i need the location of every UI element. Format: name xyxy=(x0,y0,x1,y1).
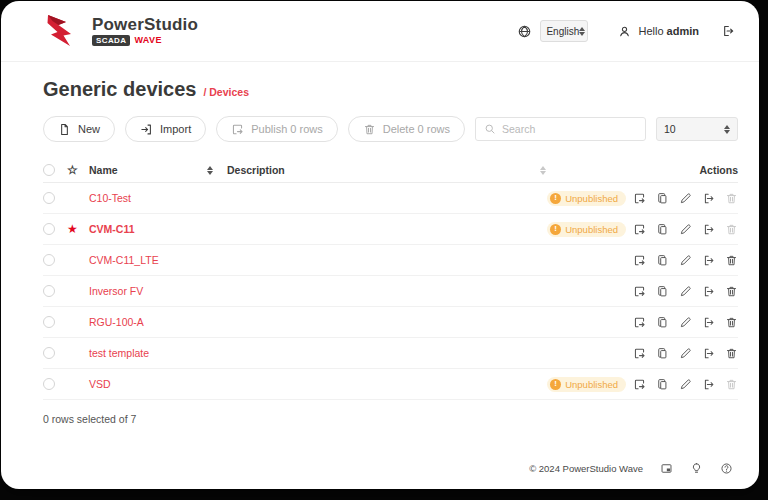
device-name-link[interactable]: C10-Test xyxy=(89,192,131,204)
import-icon xyxy=(140,123,153,136)
export-icon[interactable] xyxy=(702,223,715,236)
table-header: ☆ Name Description Actions xyxy=(43,158,738,183)
row-select-radio[interactable] xyxy=(43,192,55,204)
export-icon[interactable] xyxy=(702,316,715,329)
trash-icon xyxy=(725,192,738,205)
copy-icon[interactable] xyxy=(656,347,669,360)
brand-text: PowerStudio SCADA WAVE xyxy=(92,16,198,46)
row-select-radio[interactable] xyxy=(43,254,55,266)
row-select-radio[interactable] xyxy=(43,378,55,390)
copy-icon[interactable] xyxy=(656,378,669,391)
greeting: Hello admin xyxy=(638,25,699,37)
table-row: VSD !Unpublished xyxy=(43,369,738,400)
table-row: Inversor FV xyxy=(43,276,738,307)
import-button[interactable]: Import xyxy=(125,116,206,142)
sort-name-icon[interactable] xyxy=(207,166,213,175)
device-name-link[interactable]: CVM-C11_LTE xyxy=(89,254,159,266)
breadcrumb[interactable]: / Devices xyxy=(203,86,249,98)
export-icon[interactable] xyxy=(702,378,715,391)
brand-scada-badge: SCADA xyxy=(92,35,130,47)
pencil-icon[interactable] xyxy=(679,192,692,205)
app-window: PowerStudio SCADA WAVE English Hello adm… xyxy=(1,1,759,489)
publish-icon[interactable] xyxy=(633,347,646,360)
trash-icon[interactable] xyxy=(725,347,738,360)
table-row: ★ CVM-C11 !Unpublished xyxy=(43,214,738,245)
table-row: CVM-C11_LTE xyxy=(43,245,738,276)
select-all-radio[interactable] xyxy=(43,164,55,176)
search-input[interactable] xyxy=(502,123,637,135)
trash-icon[interactable] xyxy=(725,254,738,267)
new-button[interactable]: New xyxy=(43,116,115,142)
pencil-icon[interactable] xyxy=(679,254,692,267)
toolbar: New Import Publish 0 rows Delete 0 rows … xyxy=(43,116,738,142)
select-arrows-icon xyxy=(724,125,730,134)
export-icon[interactable] xyxy=(702,285,715,298)
status-badge: !Unpublished xyxy=(547,377,626,392)
device-name-link[interactable]: Inversor FV xyxy=(89,285,143,297)
copy-icon[interactable] xyxy=(656,316,669,329)
copy-icon[interactable] xyxy=(656,285,669,298)
export-icon[interactable] xyxy=(702,254,715,267)
pencil-icon[interactable] xyxy=(679,223,692,236)
user-icon xyxy=(618,25,631,38)
device-name-link[interactable]: CVM-C11 xyxy=(89,223,135,235)
publish-icon[interactable] xyxy=(633,378,646,391)
status-badge: !Unpublished xyxy=(547,191,626,206)
table-row: test template xyxy=(43,338,738,369)
app-header: PowerStudio SCADA WAVE English Hello adm… xyxy=(1,1,759,62)
row-select-radio[interactable] xyxy=(43,347,55,359)
publish-rows-button: Publish 0 rows xyxy=(216,116,338,142)
pencil-icon[interactable] xyxy=(679,285,692,298)
publish-icon[interactable] xyxy=(633,316,646,329)
sort-description-icon[interactable] xyxy=(540,166,546,175)
search-icon xyxy=(484,123,496,135)
publish-icon[interactable] xyxy=(633,285,646,298)
publish-icon[interactable] xyxy=(633,254,646,267)
publish-icon[interactable] xyxy=(633,192,646,205)
logout-icon[interactable] xyxy=(721,24,735,38)
favorite-column-star-icon[interactable]: ☆ xyxy=(67,164,78,176)
row-select-radio[interactable] xyxy=(43,223,55,235)
row-select-radio[interactable] xyxy=(43,316,55,328)
trash-icon[interactable] xyxy=(725,285,738,298)
column-header-name[interactable]: Name xyxy=(89,164,118,176)
page-size-value: 10 xyxy=(664,123,676,135)
brand-wave-label: WAVE xyxy=(134,35,161,45)
copy-icon[interactable] xyxy=(656,223,669,236)
brand-logo[interactable]: PowerStudio SCADA WAVE xyxy=(43,13,198,49)
devices-table: ☆ Name Description Actions C10-Test !Unp… xyxy=(43,158,738,400)
device-name-link[interactable]: RGU-100-A xyxy=(89,316,144,328)
device-name-link[interactable]: VSD xyxy=(89,378,111,390)
pencil-icon[interactable] xyxy=(679,378,692,391)
favorite-star-icon[interactable]: ★ xyxy=(67,223,78,235)
status-badge: !Unpublished xyxy=(547,222,626,237)
device-name-link[interactable]: test template xyxy=(89,347,149,359)
copy-icon[interactable] xyxy=(656,192,669,205)
publish-icon[interactable] xyxy=(633,223,646,236)
brand-name: PowerStudio xyxy=(92,16,198,34)
powerstudio-bolt-icon xyxy=(43,13,83,49)
header-right: English Hello admin xyxy=(517,20,735,42)
app-footer: © 2024 PowerStudio Wave xyxy=(529,462,733,475)
language-select[interactable]: English xyxy=(540,20,588,42)
copyright: © 2024 PowerStudio Wave xyxy=(529,463,643,474)
export-icon[interactable] xyxy=(702,347,715,360)
pencil-icon[interactable] xyxy=(679,316,692,329)
copy-icon[interactable] xyxy=(656,254,669,267)
warning-icon: ! xyxy=(550,224,561,235)
select-arrows-icon xyxy=(579,27,585,36)
page-size-select[interactable]: 10 xyxy=(656,117,738,141)
page-title: Generic devices xyxy=(43,78,196,101)
help-icon[interactable] xyxy=(720,462,733,475)
row-select-radio[interactable] xyxy=(43,285,55,297)
column-header-description[interactable]: Description xyxy=(227,164,285,176)
pencil-icon[interactable] xyxy=(679,347,692,360)
export-icon[interactable] xyxy=(702,192,715,205)
table-row: RGU-100-A xyxy=(43,307,738,338)
lightbulb-icon[interactable] xyxy=(690,462,703,475)
picture-in-picture-icon[interactable] xyxy=(660,462,673,475)
trash-icon[interactable] xyxy=(725,316,738,329)
trash-icon xyxy=(725,223,738,236)
file-icon xyxy=(58,123,71,136)
publish-icon xyxy=(231,123,244,136)
